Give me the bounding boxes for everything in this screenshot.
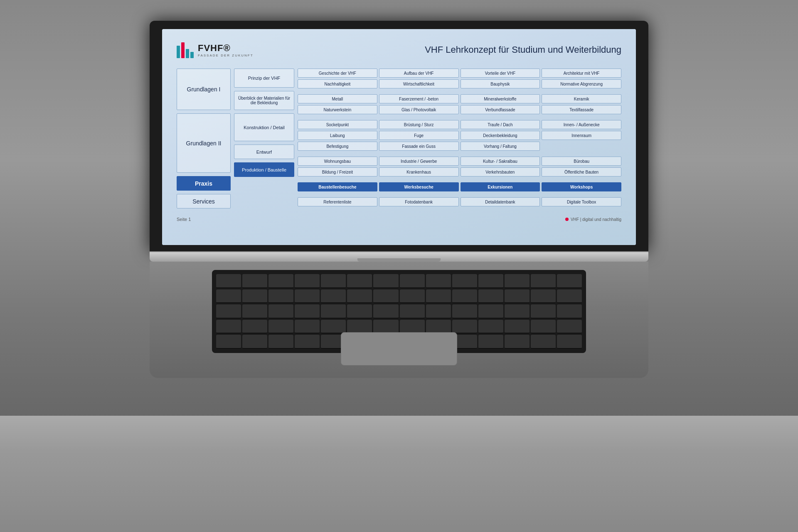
- cell-glas[interactable]: Glas / Photovoltaik: [379, 105, 459, 114]
- cell-wohnungsbau[interactable]: Wohnungsbau: [298, 157, 377, 166]
- key[interactable]: [400, 274, 425, 288]
- key[interactable]: [557, 304, 582, 319]
- sub-produktion[interactable]: Produktion / Baustelle: [234, 162, 294, 177]
- key[interactable]: [478, 274, 503, 288]
- cell-wirtschaftlichkeit[interactable]: Wirtschaftlichkeit: [379, 79, 459, 88]
- key[interactable]: [373, 274, 398, 288]
- cell-textilfassade[interactable]: Textilfassade: [542, 105, 621, 114]
- cell-workshops[interactable]: Workshops: [542, 182, 621, 191]
- key[interactable]: [216, 304, 241, 319]
- key[interactable]: [268, 320, 293, 334]
- cell-laibung[interactable]: Laibung: [298, 131, 377, 140]
- key[interactable]: [557, 289, 582, 304]
- touchpad[interactable]: [341, 332, 457, 365]
- key[interactable]: [478, 289, 503, 304]
- cell-bauphysik[interactable]: Bauphysik: [461, 79, 540, 88]
- key[interactable]: [531, 335, 556, 349]
- category-praxis[interactable]: Praxis: [177, 176, 231, 191]
- cell-buerobau[interactable]: Bürobau: [542, 157, 621, 166]
- key[interactable]: [373, 304, 398, 319]
- key[interactable]: [373, 289, 398, 304]
- sub-ueberblick[interactable]: Überblick der Materialien für die Beklei…: [234, 91, 294, 110]
- cell-architektur[interactable]: Architektur mit VHF: [542, 69, 621, 78]
- key[interactable]: [295, 320, 320, 334]
- sub-entwurf[interactable]: Entwurf: [234, 145, 294, 159]
- key[interactable]: [321, 274, 346, 288]
- cell-werksbesuche[interactable]: Werksbesuche: [379, 182, 459, 191]
- key[interactable]: [242, 335, 267, 349]
- key[interactable]: [505, 304, 530, 319]
- key[interactable]: [478, 335, 503, 349]
- key[interactable]: [531, 289, 556, 304]
- key[interactable]: [400, 304, 425, 319]
- key[interactable]: [268, 289, 293, 304]
- key[interactable]: [216, 320, 241, 334]
- cell-aufbau[interactable]: Aufbau der VHF: [379, 69, 459, 78]
- key[interactable]: [321, 289, 346, 304]
- key[interactable]: [268, 304, 293, 319]
- key[interactable]: [242, 304, 267, 319]
- cell-normative[interactable]: Normative Abgrenzung: [542, 79, 621, 88]
- key[interactable]: [505, 320, 530, 334]
- cell-referentenliste[interactable]: Referentenliste: [298, 197, 377, 206]
- key[interactable]: [557, 335, 582, 349]
- cell-fuge[interactable]: Fuge: [379, 131, 459, 140]
- cell-verbundfassade[interactable]: Verbundfassade: [461, 105, 540, 114]
- cell-traufe[interactable]: Traufe / Dach: [461, 120, 540, 129]
- cell-fassade-ein-guss[interactable]: Fassade ein Guss: [379, 142, 459, 151]
- cell-nachhaltigkeit[interactable]: Nachhaltigkeit: [298, 79, 377, 88]
- key[interactable]: [452, 304, 477, 319]
- key[interactable]: [426, 320, 451, 334]
- cell-innenraum[interactable]: Innenraum: [542, 131, 621, 140]
- cell-digitale-toolbox[interactable]: Digitale Toolbox: [542, 197, 621, 206]
- cell-keramik[interactable]: Keramik: [542, 94, 621, 103]
- cell-geschichte[interactable]: Geschichte der VHF: [298, 69, 377, 78]
- category-services[interactable]: Services: [177, 194, 231, 208]
- cell-sockelpunkt[interactable]: Sockelpunkt: [298, 120, 377, 129]
- cell-bildung[interactable]: Bildung / Freizeit: [298, 167, 377, 177]
- cell-deckenbekleidung[interactable]: Deckenbekleidung: [461, 131, 540, 140]
- key[interactable]: [216, 289, 241, 304]
- key[interactable]: [531, 274, 556, 288]
- cell-oeffentliche[interactable]: Öffentliche Bauten: [542, 167, 621, 177]
- key[interactable]: [478, 320, 503, 334]
- cell-industrie[interactable]: Industrie / Gewerbe: [379, 157, 459, 166]
- key[interactable]: [531, 320, 556, 334]
- cell-krankenhaus[interactable]: Krankenhaus: [379, 167, 459, 177]
- key[interactable]: [426, 304, 451, 319]
- key[interactable]: [242, 289, 267, 304]
- key[interactable]: [295, 289, 320, 304]
- sub-prinzip[interactable]: Prinzip der VHF: [234, 69, 294, 88]
- key[interactable]: [347, 274, 372, 288]
- key[interactable]: [505, 274, 530, 288]
- key[interactable]: [452, 289, 477, 304]
- key[interactable]: [216, 335, 241, 349]
- key[interactable]: [268, 335, 293, 349]
- cell-mineralwerkstoffe[interactable]: Mineralwerkstoffe: [461, 94, 540, 103]
- cell-fotodatenbank[interactable]: Fotodatenbank: [379, 197, 459, 206]
- key[interactable]: [321, 304, 346, 319]
- key[interactable]: [347, 304, 372, 319]
- key[interactable]: [400, 320, 425, 334]
- cell-verkehrsbauten[interactable]: Verkehrsbauten: [461, 167, 540, 177]
- key[interactable]: [373, 320, 398, 334]
- key[interactable]: [452, 274, 477, 288]
- cell-vorhang[interactable]: Vorhang / Faltung: [461, 142, 540, 151]
- key[interactable]: [557, 320, 582, 334]
- sub-konstruktion[interactable]: Konstruktion / Detail: [234, 113, 294, 141]
- cell-befestigung[interactable]: Befestigung: [298, 142, 377, 151]
- key[interactable]: [242, 274, 267, 288]
- cell-bruestung[interactable]: Brüstung / Sturz: [379, 120, 459, 129]
- key[interactable]: [216, 274, 241, 288]
- key[interactable]: [452, 320, 477, 334]
- cell-vorteile[interactable]: Vorteile der VHF: [461, 69, 540, 78]
- key[interactable]: [242, 320, 267, 334]
- key[interactable]: [268, 274, 293, 288]
- key[interactable]: [426, 289, 451, 304]
- key[interactable]: [347, 320, 372, 334]
- key[interactable]: [321, 320, 346, 334]
- cell-kultur[interactable]: Kultur- / Sakralbau: [461, 157, 540, 166]
- key[interactable]: [347, 289, 372, 304]
- key[interactable]: [295, 274, 320, 288]
- key[interactable]: [531, 304, 556, 319]
